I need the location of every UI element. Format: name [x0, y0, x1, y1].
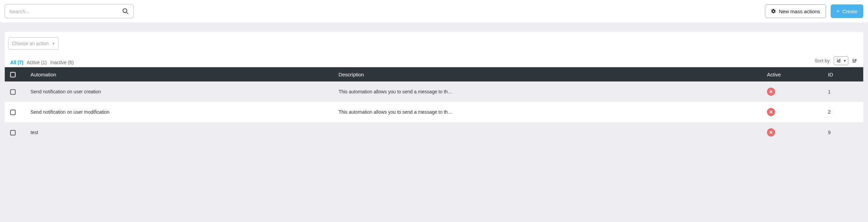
col-header-automation[interactable]: Automation — [25, 67, 333, 81]
inactive-status-icon[interactable]: ✕ — [767, 128, 775, 136]
cell-description: This automation allows you to send a mes… — [333, 102, 762, 122]
inactive-status-icon[interactable]: ✕ — [767, 88, 775, 96]
cell-description — [333, 122, 762, 143]
cell-id: 2 — [823, 102, 863, 122]
col-header-description[interactable]: Description — [333, 67, 762, 81]
table-row[interactable]: Send notification on user creation This … — [5, 81, 863, 102]
col-header-id[interactable]: ID — [823, 67, 863, 81]
filter-tab-all[interactable]: All (7) — [10, 60, 23, 65]
sort-ascending-icon — [852, 58, 857, 63]
filter-tab-active[interactable]: Active (1) — [27, 60, 47, 65]
create-button[interactable]: + Create — [831, 4, 863, 18]
filter-inactive-label: Inactive — [50, 60, 66, 65]
table-row[interactable]: test ✕ 9 — [5, 122, 863, 143]
cell-description: This automation allows you to send a mes… — [333, 81, 762, 102]
row-checkbox[interactable] — [10, 89, 16, 95]
cell-automation: Send notification on user modification — [25, 102, 333, 122]
sort-direction-button[interactable] — [851, 57, 858, 64]
table-row[interactable]: Send notification on user modification T… — [5, 102, 863, 122]
filter-all-label: All — [10, 60, 16, 65]
col-header-active[interactable]: Active — [762, 67, 823, 81]
new-mass-actions-button[interactable]: New mass actions — [765, 4, 826, 18]
cell-automation: test — [25, 122, 333, 143]
bulk-action-select[interactable]: Choose an action — [8, 37, 59, 50]
filter-tab-inactive[interactable]: Inactive (6) — [50, 60, 74, 65]
gear-icon — [771, 8, 776, 14]
filter-inactive-count: (6) — [68, 60, 74, 65]
search-input[interactable] — [5, 4, 134, 18]
sort-by-select[interactable]: id — [834, 56, 848, 65]
row-checkbox[interactable] — [10, 130, 16, 135]
search-box — [5, 4, 134, 18]
sort-by-label: Sort by: — [815, 58, 831, 63]
table-header-row: Automation Description Active ID — [5, 67, 863, 81]
row-checkbox[interactable] — [10, 110, 16, 115]
create-label: Create — [842, 8, 857, 14]
cell-id: 9 — [823, 122, 863, 143]
filter-active-count: (1) — [41, 60, 47, 65]
new-mass-actions-label: New mass actions — [779, 8, 820, 14]
automation-table: Automation Description Active ID Send no… — [5, 67, 863, 143]
search-icon — [122, 8, 129, 15]
cell-automation: Send notification on user creation — [25, 81, 333, 102]
filter-active-label: Active — [27, 60, 40, 65]
filter-all-count: (7) — [18, 60, 23, 65]
cell-id: 1 — [823, 81, 863, 102]
plus-icon: + — [836, 8, 840, 14]
search-button[interactable] — [120, 6, 131, 17]
inactive-status-icon[interactable]: ✕ — [767, 108, 775, 116]
svg-line-1 — [126, 12, 128, 14]
select-all-checkbox[interactable] — [10, 72, 16, 77]
